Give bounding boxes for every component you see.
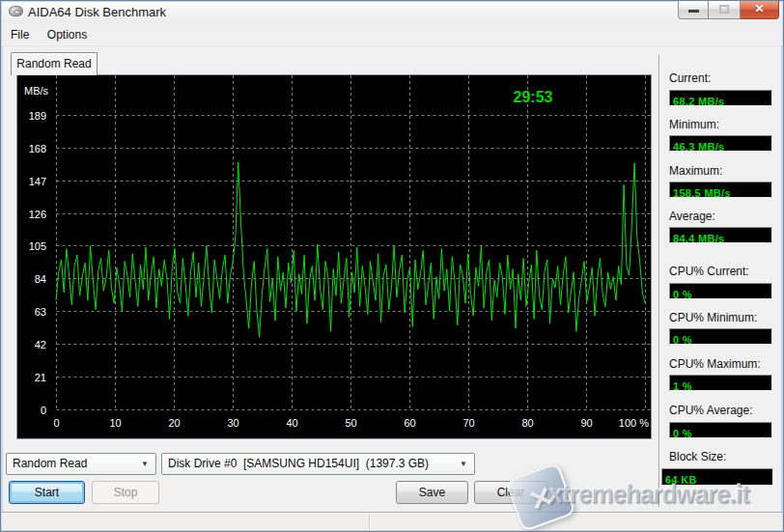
stat-cpu-average-text: 0 % <box>673 428 692 439</box>
save-button[interactable]: Save <box>396 481 468 504</box>
stat-block-size-label: Block Size: <box>669 450 781 463</box>
maximize-button[interactable] <box>709 1 741 19</box>
stat-minimum-label: Minimum: <box>669 118 781 131</box>
maximize-icon <box>719 5 729 14</box>
stat-maximum-label: Maximum: <box>669 164 781 178</box>
status-bar <box>2 512 782 530</box>
stat-minimum-value: 46.3 MB/s <box>669 135 772 152</box>
stat-cpu-current-label: CPU% Current: <box>669 265 781 278</box>
svg-text:0: 0 <box>41 405 46 416</box>
stat-cpu-current-value: 0 % <box>669 283 772 299</box>
stat-current-text: 68.2 MB/s <box>673 96 724 107</box>
svg-text:40: 40 <box>286 417 297 429</box>
chart-frame: 021426384105126147168189MB/s010203040506… <box>16 74 652 439</box>
stat-cpu-maximum-label: CPU% Maximum: <box>669 357 781 371</box>
stat-block-size-value: 64 KB <box>661 468 773 486</box>
svg-text:MB/s: MB/s <box>24 85 49 97</box>
menubar: File Options <box>2 24 782 46</box>
clear-button[interactable]: Clear <box>474 481 547 504</box>
stat-cpu-maximum-value: 1 % <box>669 375 772 391</box>
stat-average-label: Average: <box>669 210 781 223</box>
stat-cpu-minimum-label: CPU% Minimum: <box>669 311 781 324</box>
stat-cpu-minimum-value: 0 % <box>669 328 772 345</box>
tab-label: Random Read <box>16 57 91 70</box>
svg-text:0: 0 <box>53 417 59 429</box>
stat-maximum-value: 158.5 MB/s <box>669 182 772 198</box>
panel-divider <box>658 55 659 507</box>
stat-average-text: 84.4 MB/s <box>673 233 724 244</box>
minimize-button[interactable] <box>678 1 709 19</box>
drive-select[interactable]: Disk Drive #0 [SAMSUNG HD154UI] (1397.3 … <box>161 453 475 475</box>
disk-app-icon <box>9 6 23 16</box>
status-bar-divider <box>369 515 370 529</box>
stat-cpu-average-label: CPU% Average: <box>669 404 781 417</box>
svg-text:126: 126 <box>29 209 46 220</box>
svg-text:20: 20 <box>168 417 180 429</box>
minimize-icon <box>688 10 699 13</box>
dropdown-arrow-icon: ▼ <box>141 460 149 468</box>
svg-text:21: 21 <box>35 372 46 383</box>
stat-average-value: 84.4 MB/s <box>669 227 772 243</box>
svg-text:189: 189 <box>29 110 46 122</box>
stat-cpu-minimum-text: 0 % <box>673 334 692 346</box>
stat-block-size-text: 64 KB <box>665 474 697 486</box>
elapsed-time: 29:53 <box>514 89 553 105</box>
test-type-select[interactable]: Random Read ▼ <box>6 453 156 475</box>
stat-cpu-average-value: 0 % <box>669 422 772 438</box>
tab-random-read[interactable]: Random Read <box>11 52 98 75</box>
menu-options[interactable]: Options <box>41 24 94 42</box>
window-controls: ✕ <box>678 1 779 19</box>
svg-text:10: 10 <box>109 417 121 429</box>
close-icon: ✕ <box>741 2 778 15</box>
stat-maximum-text: 158.5 MB/s <box>673 187 731 199</box>
window-title: AIDA64 Disk Benchmark <box>28 5 166 19</box>
menu-file[interactable]: File <box>4 24 36 42</box>
test-type-value: Random Read <box>13 457 87 470</box>
start-button[interactable]: Start <box>9 481 85 504</box>
stat-current-label: Current: <box>669 71 781 85</box>
svg-text:90: 90 <box>580 417 592 429</box>
svg-text:147: 147 <box>29 176 46 187</box>
stat-minimum-text: 46.3 MB/s <box>673 141 724 153</box>
stat-cpu-maximum-text: 1 % <box>673 380 692 392</box>
titlebar[interactable]: AIDA64 Disk Benchmark <box>2 2 782 24</box>
svg-text:84: 84 <box>35 273 46 285</box>
svg-text:100 %: 100 % <box>619 417 649 429</box>
app-window: AIDA64 Disk Benchmark ✕ File Options Ran… <box>0 0 784 532</box>
svg-text:70: 70 <box>462 417 474 429</box>
svg-text:30: 30 <box>227 417 238 429</box>
svg-text:50: 50 <box>345 417 356 429</box>
svg-text:168: 168 <box>29 143 46 154</box>
stat-cpu-current-text: 0 % <box>673 289 692 300</box>
svg-text:63: 63 <box>35 306 46 318</box>
dropdown-arrow-icon: ▼ <box>460 460 467 468</box>
benchmark-chart: 021426384105126147168189MB/s010203040506… <box>17 75 651 438</box>
drive-value: Disk Drive #0 [SAMSUNG HD154UI] (1397.3 … <box>168 457 429 470</box>
svg-text:80: 80 <box>521 417 533 429</box>
svg-text:42: 42 <box>35 339 46 350</box>
svg-text:60: 60 <box>404 417 415 429</box>
stat-current-value: 68.2 MB/s <box>669 90 772 106</box>
stop-button[interactable]: Stop <box>92 481 159 504</box>
close-button[interactable]: ✕ <box>741 1 779 19</box>
svg-text:105: 105 <box>29 240 46 252</box>
